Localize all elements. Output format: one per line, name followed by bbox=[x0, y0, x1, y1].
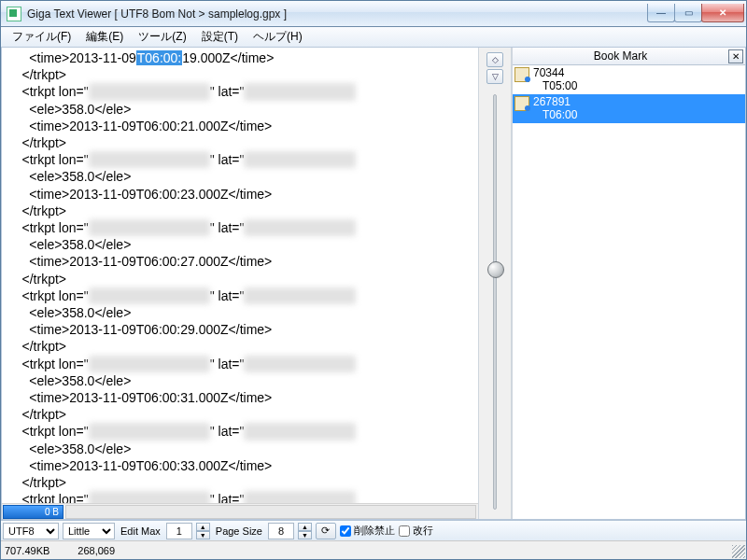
bookmark-icon bbox=[514, 96, 529, 111]
text-view[interactable]: <time>2013-11-09T06:00:19.000Z</time> </… bbox=[2, 48, 478, 503]
window-buttons: ― ▭ ✕ bbox=[648, 4, 744, 22]
pagesize-spinner[interactable]: ▲▼ bbox=[298, 523, 312, 539]
bookmark-title: Book Mark bbox=[513, 49, 728, 63]
chevron-down-icon[interactable]: ▼ bbox=[196, 531, 210, 539]
editmax-input[interactable] bbox=[166, 523, 192, 539]
minimize-button[interactable]: ― bbox=[647, 4, 675, 22]
editmax-label: Edit Max bbox=[119, 523, 162, 539]
menu-settings[interactable]: 設定(T) bbox=[194, 27, 246, 47]
window-title: Giga Text Viewer [ UTF8 Bom Not > sample… bbox=[27, 7, 648, 21]
endian-select[interactable]: Little bbox=[63, 523, 115, 539]
menu-file[interactable]: ファイル(F) bbox=[5, 27, 78, 47]
bookmark-icon bbox=[514, 67, 529, 82]
wrap-checkbox[interactable]: 改行 bbox=[399, 523, 433, 539]
bookmark-pane: Book Mark ✕ 70344 T05:00 267891 T06:00 bbox=[512, 48, 745, 519]
hscroll-thumb[interactable]: 0 B bbox=[3, 505, 63, 519]
bookmark-line: 70344 bbox=[533, 66, 577, 79]
menu-bar: ファイル(F) 編集(E) ツール(Z) 設定(T) ヘルプ(H) bbox=[1, 27, 746, 48]
delete-protect-checkbox[interactable]: 削除禁止 bbox=[340, 523, 395, 539]
scroll-up-button[interactable]: ◇ bbox=[486, 52, 503, 67]
menu-tools[interactable]: ツール(Z) bbox=[131, 27, 193, 47]
text-pane: <time>2013-11-09T06:00:19.000Z</time> </… bbox=[2, 48, 478, 519]
bookmark-close-button[interactable]: ✕ bbox=[728, 49, 743, 63]
selection-highlight: T06:00: bbox=[136, 50, 182, 65]
client-area: <time>2013-11-09T06:00:19.000Z</time> </… bbox=[1, 48, 746, 520]
chevron-up-icon[interactable]: ▲ bbox=[196, 523, 210, 531]
refresh-button[interactable]: ⟳ bbox=[316, 523, 336, 539]
bookmark-list[interactable]: 70344 T05:00 267891 T06:00 bbox=[513, 65, 745, 519]
bookmark-item[interactable]: 267891 T06:00 bbox=[513, 94, 745, 123]
horizontal-scrollbar[interactable]: 0 B bbox=[2, 503, 478, 519]
encoding-select[interactable]: UTF8 bbox=[3, 523, 59, 539]
pagesize-input[interactable] bbox=[268, 523, 294, 539]
tool-strip: UTF8 Little Edit Max ▲▼ Page Size ▲▼ ⟳ 削… bbox=[1, 520, 746, 540]
hscroll-track[interactable] bbox=[65, 505, 476, 519]
menu-edit[interactable]: 編集(E) bbox=[78, 27, 131, 47]
vertical-slider-track[interactable] bbox=[493, 94, 497, 510]
bookmark-ts: T06:00 bbox=[533, 108, 577, 121]
maximize-button[interactable]: ▭ bbox=[674, 4, 702, 22]
status-line: 268,069 bbox=[78, 545, 115, 556]
app-icon bbox=[7, 7, 21, 21]
bookmark-item[interactable]: 70344 T05:00 bbox=[513, 65, 745, 94]
bookmark-line: 267891 bbox=[533, 95, 577, 108]
editmax-spinner[interactable]: ▲▼ bbox=[196, 523, 210, 539]
close-button[interactable]: ✕ bbox=[701, 4, 744, 22]
chevron-up-icon[interactable]: ▲ bbox=[298, 523, 312, 531]
menu-help[interactable]: ヘルプ(H) bbox=[246, 27, 310, 47]
pagesize-label: Page Size bbox=[214, 523, 264, 539]
bookmark-header: Book Mark ✕ bbox=[513, 48, 745, 65]
vertical-slider-gutter: ◇ ▽ bbox=[478, 48, 512, 519]
vertical-slider-thumb[interactable] bbox=[487, 261, 504, 278]
status-bar: 707.49KB 268,069 bbox=[1, 540, 746, 559]
chevron-down-icon[interactable]: ▼ bbox=[298, 531, 312, 539]
scroll-down-button[interactable]: ▽ bbox=[486, 69, 503, 84]
bookmark-ts: T05:00 bbox=[533, 79, 577, 92]
resize-grip[interactable] bbox=[732, 545, 745, 558]
status-filesize: 707.49KB bbox=[5, 545, 49, 556]
app-window: Giga Text Viewer [ UTF8 Bom Not > sample… bbox=[0, 0, 747, 560]
title-bar[interactable]: Giga Text Viewer [ UTF8 Bom Not > sample… bbox=[1, 1, 746, 27]
